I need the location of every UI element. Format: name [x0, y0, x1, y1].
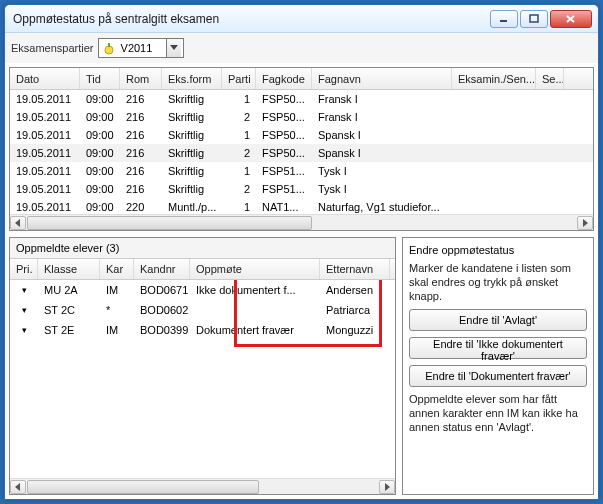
maximize-button[interactable]	[520, 10, 548, 28]
table-row[interactable]: 19.05.201109:00216Skriftlig2FSP50...Span…	[10, 144, 593, 162]
column-header-eksamin[interactable]: Eksamin./Sen...	[452, 68, 536, 89]
scroll-thumb[interactable]	[27, 480, 259, 494]
cell-parti: 1	[222, 165, 256, 177]
svg-marker-6	[170, 45, 178, 50]
cell-fagnavn: Tysk I	[312, 165, 452, 177]
cell-kar: IM	[100, 284, 134, 296]
students-panel: Oppmeldte elever (3) Pri.KlasseKarKandnr…	[9, 237, 396, 495]
cell-klasse: ST 2C	[38, 304, 100, 316]
scroll-track[interactable]	[27, 216, 576, 230]
table-row[interactable]: 19.05.201109:00216Skriftlig1FSP50...Fran…	[10, 90, 593, 108]
cell-kar: IM	[100, 324, 134, 336]
svg-rect-1	[530, 15, 538, 22]
cell-fagnavn: Naturfag, Vg1 studiefor...	[312, 201, 452, 213]
set-avlagt-button[interactable]: Endre til 'Avlagt'	[409, 309, 587, 331]
scrollbar-horizontal-2[interactable]	[10, 478, 395, 494]
term-select-value: V2011	[117, 42, 167, 54]
cell-rom: 216	[120, 183, 162, 195]
students-caption: Oppmeldte elever (3)	[10, 238, 395, 258]
column-header-fagkode[interactable]: Fagkode	[256, 68, 312, 89]
table-row[interactable]: ▾MU 2AIMBOD0671Ikke dokumentert f...Ande…	[10, 280, 395, 300]
cell-fagkode: FSP51...	[256, 183, 312, 195]
term-select[interactable]: V2011	[98, 38, 185, 58]
table-row[interactable]: ▾ST 2EIMBOD0399Dokumentert fraværMonguzz…	[10, 320, 395, 340]
column-header-se[interactable]: Se...	[536, 68, 564, 89]
scroll-right-icon[interactable]	[577, 216, 593, 230]
cell-fagkode: FSP50...	[256, 93, 312, 105]
scrollbar-horizontal[interactable]	[10, 214, 593, 230]
cell-fagnavn: Fransk I	[312, 93, 452, 105]
cell-parti: 1	[222, 129, 256, 141]
cell-fagkode: FSP50...	[256, 129, 312, 141]
column-header-pri[interactable]: Pri.	[10, 259, 38, 279]
column-header-parti[interactable]: Parti	[222, 68, 256, 89]
cell-etternavn: Andersen	[320, 284, 390, 296]
table-row[interactable]: 19.05.201109:00216Skriftlig1FSP51...Tysk…	[10, 162, 593, 180]
cell-tid: 09:00	[80, 93, 120, 105]
cell-parti: 2	[222, 147, 256, 159]
cell-fagnavn: Spansk I	[312, 129, 452, 141]
chevron-down-icon	[166, 39, 181, 57]
column-header-kar[interactable]: Kar	[100, 259, 134, 279]
cell-dato: 19.05.2011	[10, 147, 80, 159]
expand-icon[interactable]: ▾	[10, 305, 38, 315]
scroll-thumb[interactable]	[27, 216, 312, 230]
column-header-tid[interactable]: Tid	[80, 68, 120, 89]
column-header-dato[interactable]: Dato	[10, 68, 80, 89]
cell-tid: 09:00	[80, 165, 120, 177]
cell-tid: 09:00	[80, 147, 120, 159]
cell-rom: 216	[120, 147, 162, 159]
scroll-track[interactable]	[27, 480, 378, 494]
table-row[interactable]: 19.05.201109:00216Skriftlig2FSP50...Fran…	[10, 108, 593, 126]
svg-marker-10	[385, 483, 390, 491]
actions-help: Marker de kandatene i listen som skal en…	[409, 262, 587, 303]
column-header-rom[interactable]: Rom	[120, 68, 162, 89]
cell-fagkode: FSP51...	[256, 165, 312, 177]
column-header-etternavn[interactable]: Etternavn	[320, 259, 390, 279]
column-header-oppmote[interactable]: Oppmøte	[190, 259, 320, 279]
cell-kandnr: BOD0671	[134, 284, 190, 296]
cell-dato: 19.05.2011	[10, 111, 80, 123]
cell-rom: 216	[120, 93, 162, 105]
cell-tid: 09:00	[80, 129, 120, 141]
cell-dato: 19.05.2011	[10, 183, 80, 195]
table-row[interactable]: 19.05.201109:00220Muntl./p...1NAT1...Nat…	[10, 198, 593, 214]
expand-icon[interactable]: ▾	[10, 325, 38, 335]
term-icon	[101, 40, 117, 56]
scroll-left-icon[interactable]	[10, 480, 26, 494]
expand-icon[interactable]: ▾	[10, 285, 38, 295]
column-header-klasse[interactable]: Klasse	[38, 259, 100, 279]
cell-eksform: Skriftlig	[162, 111, 222, 123]
svg-marker-8	[583, 219, 588, 227]
exams-grid[interactable]: DatoTidRomEks.formPartiFagkodeFagnavnEks…	[9, 67, 594, 231]
column-header-eksform[interactable]: Eks.form	[162, 68, 222, 89]
cell-dato: 19.05.2011	[10, 93, 80, 105]
minimize-button[interactable]	[490, 10, 518, 28]
cell-rom: 216	[120, 111, 162, 123]
set-ikke-dokumentert-button[interactable]: Endre til 'Ikke dokumentert fravær'	[409, 337, 587, 359]
scroll-right-icon[interactable]	[379, 480, 395, 494]
toolbar: Eksamenspartier V2011	[5, 33, 598, 63]
table-row[interactable]: ▾ST 2C*BOD0602Patriarca	[10, 300, 395, 320]
column-header-kandnr[interactable]: Kandnr	[134, 259, 190, 279]
set-dokumentert-button[interactable]: Endre til 'Dokumentert fravær'	[409, 365, 587, 387]
scroll-left-icon[interactable]	[10, 216, 26, 230]
cell-rom: 216	[120, 165, 162, 177]
cell-klasse: MU 2A	[38, 284, 100, 296]
cell-parti: 2	[222, 111, 256, 123]
cell-eksform: Skriftlig	[162, 93, 222, 105]
table-row[interactable]: 19.05.201109:00216Skriftlig2FSP51...Tysk…	[10, 180, 593, 198]
cell-fagnavn: Tysk I	[312, 183, 452, 195]
table-row[interactable]: 19.05.201109:00216Skriftlig1FSP50...Span…	[10, 126, 593, 144]
cell-eksform: Muntl./p...	[162, 201, 222, 213]
close-button[interactable]	[550, 10, 592, 28]
cell-parti: 2	[222, 183, 256, 195]
svg-point-4	[105, 46, 113, 54]
cell-etternavn: Patriarca	[320, 304, 390, 316]
cell-eksform: Skriftlig	[162, 165, 222, 177]
cell-kandnr: BOD0602	[134, 304, 190, 316]
titlebar: Oppmøtestatus på sentralgitt eksamen	[5, 5, 598, 33]
svg-marker-9	[15, 483, 20, 491]
cell-fagkode: FSP50...	[256, 111, 312, 123]
column-header-fagnavn[interactable]: Fagnavn	[312, 68, 452, 89]
